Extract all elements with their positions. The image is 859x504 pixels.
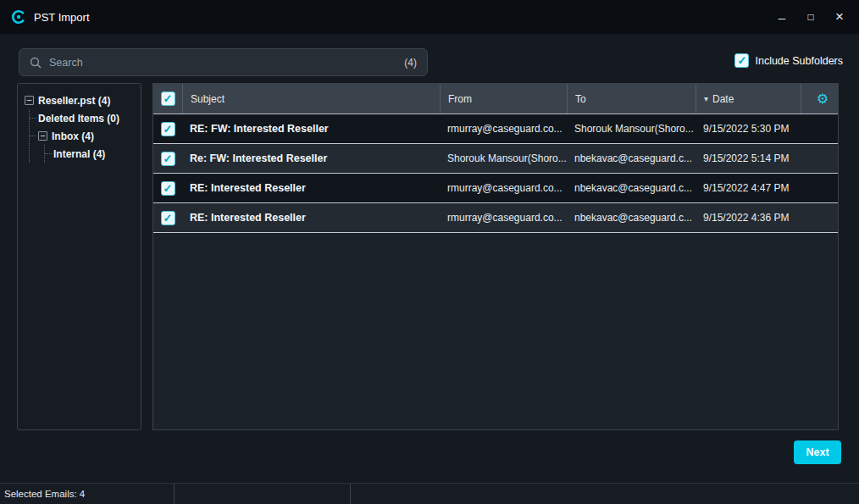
- search-bar[interactable]: (4): [19, 48, 428, 76]
- cell-subject: RE: Interested Reseller: [182, 212, 440, 224]
- select-all-checkbox[interactable]: ✓: [161, 91, 175, 106]
- cell-from: Shorouk Mansour(Shoro...: [440, 152, 567, 164]
- header-checkbox-cell: ✓: [153, 84, 182, 114]
- status-bar: Selected Emails: 4: [0, 483, 859, 504]
- minimize-icon[interactable]: –: [768, 0, 796, 34]
- cell-date: 9/15/2022 5:14 PM: [696, 152, 801, 164]
- row-checkbox[interactable]: ✓: [161, 211, 175, 225]
- include-subfolders-control[interactable]: ✓ Include Subfolders: [734, 53, 843, 68]
- cell-from: rmurray@caseguard.co...: [440, 182, 567, 194]
- gear-icon[interactable]: ⚙: [817, 92, 829, 106]
- tree-item-label: Inbox (4): [52, 130, 94, 142]
- status-divider: [350, 484, 351, 504]
- include-subfolders-label: Include Subfolders: [755, 55, 843, 67]
- search-icon: [30, 57, 42, 69]
- table-header-row: ✓ Subject From To ▾ Date ⚙: [153, 84, 838, 114]
- cell-date: 9/15/2022 4:36 PM: [696, 212, 801, 224]
- maximize-icon[interactable]: □: [796, 0, 825, 34]
- cell-to: nbekavac@caseguard.c...: [567, 152, 696, 164]
- tree-item-label: Internal (4): [53, 148, 105, 160]
- cell-from: rmurray@caseguard.co...: [440, 123, 567, 135]
- row-checkbox[interactable]: ✓: [161, 122, 175, 136]
- titlebar: PST Import – □ ×: [0, 0, 859, 34]
- pst-import-window: PST Import – □ × (4) ✓ Include Subfolder…: [0, 0, 859, 504]
- search-result-count: (4): [404, 57, 417, 69]
- cell-to: nbekavac@caseguard.c...: [567, 182, 696, 194]
- cell-subject: RE: FW: Interested Reseller: [182, 123, 440, 135]
- tree-item-deleted-items[interactable]: Deleted Items (0): [30, 109, 141, 127]
- column-header-subject[interactable]: Subject: [182, 84, 440, 114]
- row-checkbox[interactable]: ✓: [161, 152, 175, 166]
- row-checkbox[interactable]: ✓: [161, 181, 175, 196]
- cell-subject: Re: FW: Interested Reseller: [182, 152, 440, 164]
- column-header-to[interactable]: To: [567, 84, 696, 114]
- cell-to: nbekavac@caseguard.c...: [567, 212, 696, 224]
- tree-item-internal[interactable]: Internal (4): [45, 145, 141, 163]
- email-table: ✓ Subject From To ▾ Date ⚙ ✓ RE: FW: Int…: [152, 83, 839, 430]
- tree-children: Deleted Items (0) − Inbox (4) Internal (…: [29, 109, 141, 163]
- table-row[interactable]: ✓ RE: Interested Reseller rmurray@casegu…: [153, 174, 838, 203]
- cell-subject: RE: Interested Reseller: [182, 182, 440, 194]
- cell-date: 9/15/2022 5:30 PM: [696, 123, 801, 135]
- tree-item-label: Reseller.pst (4): [38, 95, 110, 107]
- tree-item-reseller-pst[interactable]: − Reseller.pst (4): [18, 91, 141, 109]
- column-settings-cell: ⚙: [801, 84, 838, 114]
- app-logo-icon: [11, 9, 26, 25]
- tree-item-inbox[interactable]: − Inbox (4): [30, 127, 141, 145]
- cell-date: 9/15/2022 4:47 PM: [696, 182, 801, 194]
- folder-tree-panel: − Reseller.pst (4) Deleted Items (0) − I…: [17, 83, 141, 430]
- status-divider: [174, 484, 175, 504]
- sort-descending-icon: ▾: [704, 94, 708, 103]
- tree-children: Internal (4): [44, 145, 141, 163]
- tree-item-label: Deleted Items (0): [38, 113, 119, 125]
- table-row[interactable]: ✓ RE: Interested Reseller rmurray@casegu…: [153, 203, 838, 233]
- cell-to: Shorouk Mansour(Shoro...: [567, 123, 696, 135]
- search-input[interactable]: [42, 57, 404, 69]
- table-row[interactable]: ✓ Re: FW: Interested Reseller Shorouk Ma…: [153, 144, 838, 174]
- column-header-date-label: Date: [712, 93, 734, 105]
- include-subfolders-checkbox[interactable]: ✓: [734, 53, 749, 68]
- cell-from: rmurray@caseguard.co...: [440, 212, 567, 224]
- column-header-date[interactable]: ▾ Date: [696, 84, 801, 114]
- close-icon[interactable]: ×: [825, 0, 854, 34]
- next-button[interactable]: Next: [794, 440, 841, 464]
- selected-emails-status: Selected Emails: 4: [0, 489, 85, 499]
- collapse-icon[interactable]: −: [38, 131, 47, 141]
- column-header-from[interactable]: From: [440, 84, 567, 114]
- window-title: PST Import: [34, 11, 90, 24]
- table-row[interactable]: ✓ RE: FW: Interested Reseller rmurray@ca…: [153, 114, 838, 144]
- collapse-icon[interactable]: −: [25, 96, 34, 105]
